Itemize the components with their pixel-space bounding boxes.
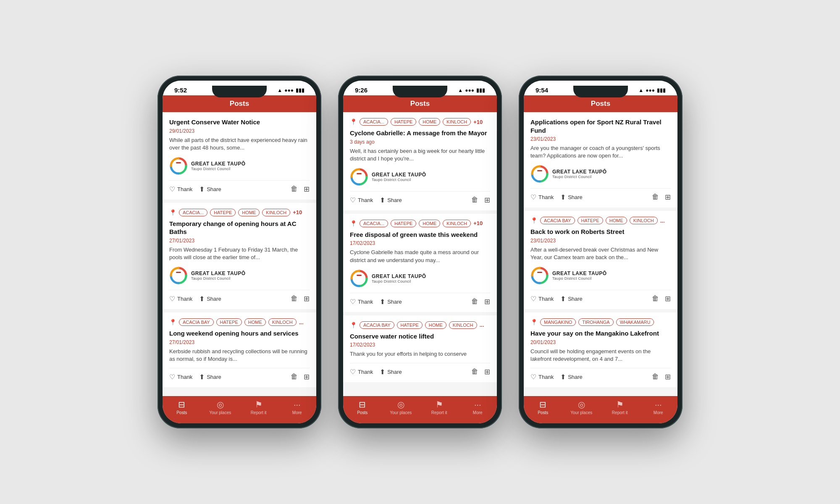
post-tag[interactable]: ACACIA BAY (540, 217, 575, 224)
nav-item-posts[interactable]: ⊟ Posts (343, 399, 382, 415)
share-button[interactable]: ⬆ Share (560, 193, 583, 201)
post-title[interactable]: Cyclone Gabrielle: A message from the Ma… (350, 129, 490, 137)
post-tag[interactable]: KINLOCH (268, 318, 297, 326)
thank-button[interactable]: ♡ Thank (169, 185, 192, 193)
nav-item-posts[interactable]: ⊟ Posts (524, 399, 562, 415)
heart-icon: ♡ (530, 295, 536, 303)
post-logo: GREAT LAKE TAUPŌ Taupo District Council (530, 266, 671, 285)
delete-icon[interactable]: 🗑 (652, 294, 659, 303)
post-tag[interactable]: HOME (419, 118, 440, 126)
share-button[interactable]: ⬆ Share (199, 373, 221, 381)
post-tag[interactable]: HOME (244, 318, 266, 326)
thank-button[interactable]: ♡ Thank (530, 373, 554, 381)
flag-icon[interactable]: ⊞ (484, 196, 490, 205)
post-title[interactable]: Conserve water notice lifted (350, 332, 490, 341)
flag-icon[interactable]: ⊞ (665, 193, 671, 202)
post-tag[interactable]: KINLOCH (443, 118, 471, 126)
delete-icon[interactable]: 🗑 (471, 196, 478, 205)
post-tag[interactable]: WHAKAMARU (616, 318, 654, 326)
flag-icon[interactable]: ⊞ (304, 185, 310, 194)
nav-item-your-places[interactable]: ◎ Your places (201, 399, 240, 415)
flag-icon[interactable]: ⊞ (665, 373, 671, 381)
post-tag[interactable]: ACACIA... (179, 209, 207, 216)
flag-icon[interactable]: ⊞ (484, 368, 490, 376)
post-title[interactable]: Applications open for Sport NZ Rural Tra… (530, 118, 671, 134)
delete-icon[interactable]: 🗑 (652, 193, 659, 202)
thank-button[interactable]: ♡ Thank (350, 368, 373, 376)
thank-button[interactable]: ♡ Thank (530, 193, 554, 201)
post-title[interactable]: Back to work on Roberts Street (530, 228, 671, 236)
post-tag[interactable]: TIROHANGA (578, 318, 613, 326)
post-tags: 📍 ACACIA...HATEPEHOMEKINLOCH +10 (169, 209, 310, 216)
flag-icon[interactable]: ⊞ (665, 294, 671, 303)
thank-button[interactable]: ♡ Thank (350, 298, 373, 306)
thank-label: Thank (358, 197, 373, 203)
delete-icon[interactable]: 🗑 (471, 368, 478, 376)
post-tag[interactable]: HATEPE (210, 209, 236, 216)
post-title[interactable]: Temporary change of opening hours at AC … (169, 220, 310, 236)
logo-image (530, 165, 549, 183)
post-tag[interactable]: HOME (238, 209, 260, 216)
post-tag[interactable]: HOME (419, 220, 440, 227)
thank-button[interactable]: ♡ Thank (530, 295, 554, 303)
share-button[interactable]: ⬆ Share (199, 185, 221, 193)
posts-scroll-area[interactable]: Urgent Conserve Water Notice 29/01/2023 … (163, 112, 316, 396)
share-button[interactable]: ⬆ Share (560, 295, 583, 303)
post-title[interactable]: Free disposal of green waste this weeken… (350, 231, 490, 239)
post-logo: GREAT LAKE TAUPŌ Taupo District Council (169, 157, 310, 175)
flag-icon[interactable]: ⊞ (304, 294, 310, 303)
post-tag[interactable]: HATEPE (216, 318, 242, 326)
post-title[interactable]: Have your say on the Mangakino Lakefront (530, 329, 671, 338)
nav-item-report-it[interactable]: ⚑ Report it (239, 399, 278, 415)
post-tag[interactable]: ACACIA... (360, 220, 388, 227)
thank-button[interactable]: ♡ Thank (350, 196, 373, 204)
posts-scroll-area[interactable]: Applications open for Sport NZ Rural Tra… (524, 112, 677, 396)
nav-icon-more: ··· (474, 400, 481, 410)
post-tag[interactable]: ACACIA BAY (360, 321, 394, 329)
post-tag[interactable]: ACACIA... (360, 118, 388, 126)
post-tag[interactable]: KINLOCH (443, 220, 471, 227)
posts-scroll-area[interactable]: 📍 ACACIA...HATEPEHOMEKINLOCH +10 Cyclone… (343, 112, 497, 396)
nav-item-your-places[interactable]: ◎ Your places (382, 399, 420, 415)
delete-icon[interactable]: 🗑 (291, 294, 298, 303)
nav-item-more[interactable]: ··· More (639, 400, 678, 415)
delete-icon[interactable]: 🗑 (291, 185, 298, 194)
post-logo: GREAT LAKE TAUPŌ Taupo District Council (169, 266, 310, 285)
nav-icon-your-places: ◎ (217, 399, 224, 410)
post-tag[interactable]: KINLOCH (449, 321, 477, 329)
thank-button[interactable]: ♡ Thank (169, 295, 192, 303)
post-logo: GREAT LAKE TAUPŌ Taupo District Council (530, 165, 671, 183)
thank-button[interactable]: ♡ Thank (169, 373, 192, 381)
share-button[interactable]: ⬆ Share (560, 373, 583, 381)
delete-icon[interactable]: 🗑 (291, 373, 298, 381)
post-title[interactable]: Urgent Conserve Water Notice (169, 118, 310, 126)
heart-icon: ♡ (350, 298, 356, 306)
post-tag[interactable]: HATEPE (578, 217, 603, 224)
post-title[interactable]: Long weekend opening hours and services (169, 329, 310, 338)
nav-item-your-places[interactable]: ◎ Your places (562, 399, 601, 415)
share-button[interactable]: ⬆ Share (380, 196, 402, 204)
nav-item-report-it[interactable]: ⚑ Report it (601, 399, 639, 415)
post-tag[interactable]: HATEPE (391, 118, 416, 126)
delete-icon[interactable]: 🗑 (471, 297, 478, 306)
nav-item-posts[interactable]: ⊟ Posts (163, 399, 201, 415)
share-button[interactable]: ⬆ Share (380, 298, 402, 306)
nav-item-more[interactable]: ··· More (459, 400, 497, 415)
flag-icon[interactable]: ⊞ (484, 297, 490, 306)
post-tag[interactable]: HATEPE (397, 321, 423, 329)
post-tag[interactable]: KINLOCH (262, 209, 290, 216)
nav-item-report-it[interactable]: ⚑ Report it (420, 399, 459, 415)
post-actions: ♡ Thank ⬆ Share 🗑 ⊞ (350, 191, 490, 205)
share-button[interactable]: ⬆ Share (199, 295, 221, 303)
delete-icon[interactable]: 🗑 (652, 373, 659, 381)
post-tag[interactable]: KINLOCH (630, 217, 658, 224)
post-tag[interactable]: ACACIA BAY (179, 318, 214, 326)
post-tag[interactable]: MANGAKINO (540, 318, 576, 326)
share-label: Share (207, 186, 221, 192)
flag-icon[interactable]: ⊞ (304, 373, 310, 381)
post-tag[interactable]: HOME (425, 321, 446, 329)
post-tag[interactable]: HATEPE (391, 220, 416, 227)
nav-item-more[interactable]: ··· More (278, 400, 317, 415)
share-button[interactable]: ⬆ Share (380, 368, 402, 376)
post-tag[interactable]: HOME (606, 217, 627, 224)
